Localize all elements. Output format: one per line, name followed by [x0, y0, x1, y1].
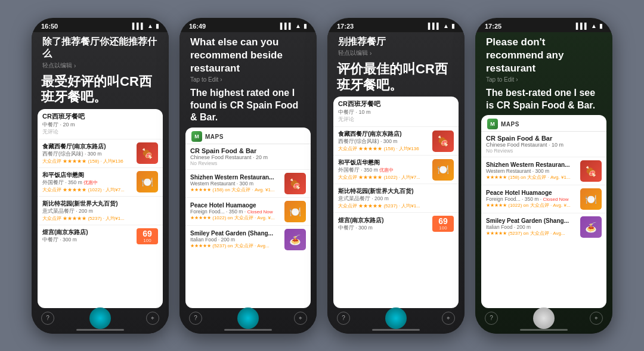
table-row[interactable]: 食藏西餐厅(南京东路店) 西餐厅(综合风味) · 300 m 大众点评 ★★★★… — [333, 127, 459, 156]
maps-icon-4: M — [487, 119, 498, 129]
featured-reviews-1: 无评论 — [42, 129, 158, 136]
table-row[interactable]: 斯比特花园(新世界大丸百货) 意式菜品餐厅 · 200 m 大众点评 ★★★★★… — [333, 184, 459, 213]
question-icon-4[interactable]: ? — [485, 312, 498, 325]
home-indicator-4 — [520, 329, 568, 331]
tap-to-edit-1[interactable]: 轻点以编辑 › — [42, 61, 158, 70]
restaurant-name: 和平饭店华懋阁 — [338, 159, 429, 167]
table-row[interactable]: 煜宫(南京东路店) 中餐厅 · 300 m 69 100 — [38, 225, 163, 247]
phone-1: 16:50 ▌▌▌ ▲ ▮ 除了推荐餐厅你还能推荐什么 轻点以编辑 › 最受好评… — [32, 18, 169, 334]
tap-to-edit-4[interactable]: Tap to Edit › — [486, 76, 602, 83]
restaurant-name: 斯比特花园(新世界大丸百货) — [338, 187, 454, 195]
table-row[interactable]: 食藏西餐厅(南京东路店) 西餐厅(综合风味) · 300 m 大众点评 ★★★★… — [38, 139, 163, 168]
featured-type-1: 中餐厅 · 20 m — [42, 121, 158, 129]
restaurant-name: 斯比特花园(新世界大丸百货) — [42, 200, 158, 208]
time-2: 16:49 — [189, 23, 206, 30]
restaurant-thumb: 🍽️ — [284, 201, 306, 222]
restaurant-list-2: CR Spain Food & Bar Chinese Food Restaur… — [185, 144, 311, 253]
table-row[interactable]: 和平饭店华懋阁 外国餐厅 · 350 m 优惠中 大众点评 ★★★★★ (102… — [38, 168, 163, 197]
question-icon-3[interactable]: ? — [337, 312, 350, 325]
restaurant-name: Shizhen Western Restauran... — [190, 174, 281, 181]
table-row[interactable]: Shizhen Western Restauran... Western Res… — [481, 157, 606, 185]
maps-card-4: M MAPS CR Spain Food & Bar Chinese Food … — [481, 115, 606, 307]
restaurant-type: Foreign Food... · 350 m · Closed Now — [190, 209, 281, 215]
status-icons-2: ▌▌▌ ▲ ▮ — [280, 23, 307, 29]
table-row[interactable]: Smiley Peat Garden (Shang... Italian Foo… — [185, 226, 311, 253]
signal-icon: ▌▌▌ — [280, 23, 293, 29]
restaurant-type: 意式菜品餐厅 · 200 m — [338, 195, 454, 203]
maps-label-2: MAPS — [205, 133, 224, 140]
query-area-2: What else can you recommend beside resta… — [179, 32, 317, 87]
chevron-right-icon-1: › — [74, 63, 76, 69]
tap-edit-label-2: Tap to Edit — [190, 76, 218, 83]
status-bar-2: 16:49 ▌▌▌ ▲ ▮ — [179, 18, 317, 32]
table-row[interactable]: Smiley Peat Garden (Shang... Italian Foo… — [481, 213, 606, 241]
table-row[interactable]: 煜宫(南京东路店) 中餐厅 · 300 m 69 100 — [333, 213, 459, 235]
closed-badge: Closed Now — [543, 197, 568, 202]
food-image: 🍖 — [432, 131, 454, 152]
status-icons-4: ▌▌▌ ▲ ▮ — [576, 23, 603, 29]
restaurant-rating: ★★★★★ (5237) on 大众点评 · Avg... — [486, 230, 577, 237]
bluetooth-icon-4[interactable]: ⌖ — [590, 312, 603, 325]
restaurant-rating: 大众点评 ★★★★★ (158) · 人均¥136 — [338, 145, 429, 152]
featured-reviews-3: 无评论 — [338, 116, 454, 123]
status-bar-4: 17:25 ▌▌▌ ▲ ▮ — [475, 18, 612, 32]
maps-header-2: M MAPS — [185, 128, 311, 144]
maps-card-2: M MAPS CR Spain Food & Bar Chinese Food … — [185, 128, 311, 307]
home-indicator-1 — [76, 329, 124, 331]
featured-name-2: CR Spain Food & Bar — [190, 147, 306, 154]
status-bar-3: 17:23 ▌▌▌ ▲ ▮ — [327, 18, 465, 32]
food-image: 🍖 — [580, 160, 602, 182]
bluetooth-icon-2[interactable]: ⌖ — [294, 312, 307, 325]
maps-card-1: CR西班牙餐吧 中餐厅 · 20 m 无评论 食藏西餐厅(南京东路店) 西餐厅(… — [38, 109, 163, 308]
bluetooth-icon-1[interactable]: ⌖ — [146, 312, 159, 325]
table-row[interactable]: Peace Hotel Huamaoge Foreign Food... · 3… — [185, 198, 311, 226]
closed-badge: 优惠中 — [83, 180, 98, 185]
restaurant-list-4: CR Spain Food & Bar Chinese Food Restaur… — [481, 132, 606, 241]
price-sub: 100 — [139, 238, 156, 243]
featured-item-4[interactable]: CR Spain Food & Bar Chinese Food Restaur… — [481, 132, 606, 157]
restaurant-thumb: 🍽️ — [137, 171, 158, 192]
table-row[interactable]: 斯比特花园(新世界大丸百货) 意式菜品餐厅 · 200 m 大众点评 ★★★★★… — [38, 197, 163, 225]
chevron-right-icon-3: › — [370, 50, 371, 57]
bluetooth-icon-3[interactable]: ⌖ — [442, 312, 455, 325]
food-image: 🍖 — [137, 142, 158, 164]
featured-item-2[interactable]: CR Spain Food & Bar Chinese Food Restaur… — [185, 144, 311, 170]
restaurant-thumb: 🍖 — [432, 131, 454, 152]
wifi-icon: ▲ — [295, 23, 301, 29]
question-icon-1[interactable]: ? — [41, 312, 54, 325]
restaurant-name: 食藏西餐厅(南京东路店) — [338, 130, 429, 138]
time-3: 17:23 — [337, 23, 354, 30]
restaurant-name: 煜宫(南京东路店) — [42, 228, 133, 237]
featured-item-1[interactable]: CR西班牙餐吧 中餐厅 · 20 m 无评论 — [38, 109, 163, 139]
restaurant-rating: ★★★★★ (1022) on 大众点评 · Avg. ¥... — [486, 202, 577, 209]
food-image: 🍝 — [580, 216, 602, 238]
tap-to-edit-2[interactable]: Tap to Edit › — [190, 76, 306, 83]
phone-4: 17:25 ▌▌▌ ▲ ▮ Please don't recommend any… — [475, 18, 612, 334]
restaurant-type: 意式菜品餐厅 · 200 m — [42, 208, 158, 215]
siri-wave-2 — [235, 312, 261, 325]
price-main: 69 — [435, 217, 451, 225]
restaurant-rating: ★★★★★ (1022) on 大众点评 · Avg. ¥... — [190, 215, 281, 221]
featured-type-3: 中餐厅 · 10 m — [338, 108, 454, 116]
tap-to-edit-3[interactable]: 轻点以编辑 › — [338, 49, 454, 57]
query-area-3: 别推荐餐厅 轻点以编辑 › — [327, 32, 465, 62]
restaurant-name: Peace Hotel Huamaoge — [486, 190, 577, 196]
restaurant-info: 食藏西餐厅(南京东路店) 西餐厅(综合风味) · 300 m 大众点评 ★★★★… — [42, 142, 133, 164]
response-en-2: The highest rated one I found is CR Spai… — [179, 87, 317, 128]
restaurant-type: Western Restaurant · 300 m — [486, 168, 577, 174]
table-row[interactable]: Shizhen Western Restauran... Western Res… — [185, 170, 311, 198]
restaurant-rating: 大众点评 ★★★★★ (5237) · 人均¥1... — [42, 215, 158, 222]
table-row[interactable]: 和平饭店华懋阁 外国餐厅 · 350 m 优惠中 大众点评 ★★★★★ (102… — [333, 156, 459, 184]
battery-icon: ▮ — [599, 23, 603, 29]
question-icon-2[interactable]: ? — [189, 312, 202, 325]
restaurant-type: Italian Food · 200 m — [486, 224, 577, 230]
restaurant-type: 西餐厅(综合风味) · 300 m — [338, 138, 429, 145]
restaurant-thumb: 🍝 — [580, 216, 602, 238]
featured-item-3[interactable]: CR西班牙餐吧 中餐厅 · 10 m 无评论 — [333, 97, 459, 127]
table-row[interactable]: Peace Hotel Huamaoge Foreign Food... · 3… — [481, 185, 606, 213]
featured-reviews-4: No Reviews — [486, 148, 602, 154]
restaurant-rating: 大众点评 ★★★★★ (158) · 人均¥136 — [42, 158, 133, 164]
signal-icon: ▌▌▌ — [132, 23, 145, 29]
restaurant-info: Smiley Peat Garden (Shang... Italian Foo… — [190, 230, 281, 249]
restaurant-list-3: CR西班牙餐吧 中餐厅 · 10 m 无评论 食藏西餐厅(南京东路店) 西餐厅(… — [333, 97, 459, 235]
